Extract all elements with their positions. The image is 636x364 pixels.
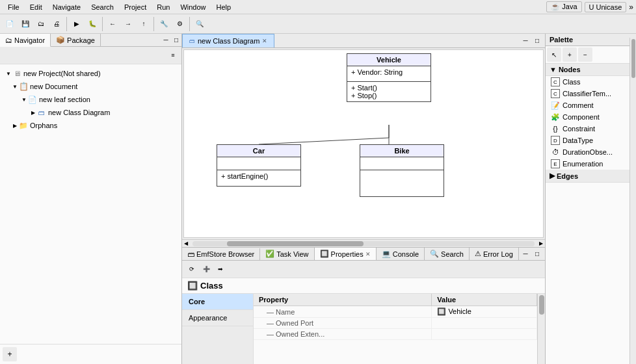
center-panel: 🗃 new Class Diagram ✕ ─ □: [182, 34, 545, 364]
menu-window[interactable]: Window: [175, 2, 211, 12]
up-button[interactable]: ↑: [137, 17, 151, 31]
diagram-tab-label: new Class Diagram: [198, 37, 259, 45]
tab-properties[interactable]: 🔲 Properties ✕: [315, 248, 377, 260]
prop-scroll-thumb[interactable]: [539, 295, 544, 315]
palette-section-nodes[interactable]: ▼ Nodes: [546, 64, 636, 76]
print-button[interactable]: 🖨: [49, 17, 64, 31]
new-button[interactable]: 📄: [3, 17, 17, 31]
document-expand-arrow[interactable]: ▼: [12, 84, 18, 90]
tab-emfstore-browser[interactable]: 🗃 EmfStore Browser: [182, 248, 260, 260]
properties-scrollbar[interactable]: [537, 294, 545, 364]
debug-button[interactable]: 🐛: [85, 17, 99, 31]
prop-toolbar-btn1[interactable]: ⟳: [185, 262, 199, 276]
build-button[interactable]: 🔧: [157, 17, 171, 31]
close-properties-button[interactable]: ✕: [365, 251, 371, 257]
palette-item-enumeration[interactable]: E Enumeration: [546, 158, 636, 170]
tab-package[interactable]: 📦 Package: [51, 34, 101, 46]
tree-item-project[interactable]: ▼ 🖥 new Project(Not shared): [0, 67, 181, 80]
palette-section-edges[interactable]: ▶ Edges: [546, 170, 636, 183]
tab-navigator[interactable]: 🗂 Navigator: [0, 34, 51, 47]
prop-owned-port-value: [432, 318, 537, 329]
tab-console[interactable]: 💻 Console: [377, 248, 425, 260]
editor-tabs: 🗃 new Class Diagram ✕ ─ □: [182, 34, 545, 48]
leaf-section-expand-arrow[interactable]: ▼: [21, 97, 27, 103]
palette-item-durationobse[interactable]: ⏱ DurationObse...: [546, 146, 636, 158]
vehicle-class[interactable]: Vehicle + Vendor: String + Start()+ Stop…: [347, 53, 431, 102]
class-palette-label: Class: [563, 78, 581, 86]
orphans-icon: 📁: [18, 120, 29, 131]
maximize-bottom-button[interactable]: □: [532, 249, 542, 259]
palette-scrollbar[interactable]: [629, 38, 636, 364]
run-button[interactable]: ▶: [70, 17, 84, 31]
perspective-arrow[interactable]: »: [629, 3, 633, 12]
add-button[interactable]: +: [3, 347, 17, 361]
unicase-button[interactable]: U Unicase: [585, 2, 627, 12]
orphans-expand-arrow[interactable]: ▶: [12, 123, 18, 129]
tree-item-leaf-section[interactable]: ▼ 📄 new leaf section: [0, 93, 181, 106]
collapse-all-button[interactable]: ≡: [166, 48, 180, 62]
diagram-tab-icon: 🗃: [189, 38, 195, 44]
bike-class-methods: [360, 170, 444, 196]
minimize-center-button[interactable]: ─: [520, 36, 531, 46]
save-all-button[interactable]: 🗂: [34, 17, 48, 31]
prop-toolbar-btn3[interactable]: ➡: [213, 262, 228, 276]
menu-help[interactable]: Help: [211, 2, 237, 12]
palette-select-button[interactable]: ↖: [547, 47, 561, 62]
bike-class[interactable]: Bike: [360, 144, 444, 197]
maximize-center-button[interactable]: □: [532, 36, 542, 46]
project-icon: 🖥: [12, 68, 22, 79]
tab-error-log[interactable]: ⚠ Error Log: [470, 248, 519, 260]
scroll-right-button[interactable]: ▶: [537, 240, 545, 248]
properties-table-area[interactable]: Property Value — Name 🔲 Vehicle: [254, 294, 537, 364]
tree-item-orphans[interactable]: ▶ 📁 Orphans: [0, 119, 181, 132]
prop-sidebar-appearance[interactable]: Appearance: [182, 310, 253, 326]
search-toolbar-button[interactable]: 🔍: [192, 17, 207, 31]
palette-item-component[interactable]: 🧩 Component: [546, 111, 636, 123]
class-diagram-expand-arrow[interactable]: ▶: [30, 110, 36, 116]
scroll-thumb[interactable]: [227, 241, 364, 246]
tree-item-class-diagram[interactable]: ▶ 🗃 new Class Diagram: [0, 106, 181, 119]
menu-search[interactable]: Search: [86, 2, 119, 12]
car-class[interactable]: Car + startEngine(): [217, 144, 301, 187]
prop-name-value[interactable]: 🔲 Vehicle: [432, 306, 537, 318]
comment-palette-icon: 📝: [551, 101, 560, 110]
prop-row-owned-exten: — Owned Exten...: [254, 329, 537, 340]
menu-navigate[interactable]: Navigate: [47, 2, 86, 12]
palette-zoom-out-button[interactable]: −: [578, 47, 592, 62]
close-editor-tab-button[interactable]: ✕: [262, 38, 267, 44]
back-button[interactable]: ←: [105, 17, 120, 31]
editor-tab-class-diagram[interactable]: 🗃 new Class Diagram ✕: [182, 34, 274, 47]
prop-name-label: — Name: [254, 306, 432, 318]
diagram-canvas[interactable]: Vehicle + Vendor: String + Start()+ Stop…: [183, 49, 544, 238]
java-button[interactable]: ☕ Java: [546, 1, 581, 12]
save-button[interactable]: 💾: [18, 17, 33, 31]
tab-task-view[interactable]: ✅ Task View: [260, 248, 314, 260]
project-expand-arrow[interactable]: ▼: [5, 71, 12, 77]
palette-zoom-in-button[interactable]: +: [563, 47, 577, 62]
palette-item-class[interactable]: C Class: [546, 76, 636, 88]
prop-toolbar-btn2[interactable]: ➕: [199, 262, 213, 276]
scroll-left-button[interactable]: ◀: [182, 240, 190, 248]
horizontal-scrollbar[interactable]: ◀ ▶: [182, 239, 545, 247]
palette-item-comment[interactable]: 📝 Comment: [546, 99, 636, 111]
minimize-left-button[interactable]: ─: [161, 35, 171, 46]
enumeration-palette-icon: E: [551, 159, 560, 168]
build2-button[interactable]: ⚙: [172, 17, 187, 31]
palette-item-datatype[interactable]: D DataType: [546, 135, 636, 146]
bike-class-title: Bike: [360, 145, 444, 157]
minimize-bottom-button[interactable]: ─: [520, 249, 531, 259]
palette-scroll-thumb[interactable]: [631, 39, 635, 78]
scroll-track[interactable]: [192, 241, 535, 246]
palette-item-classifiertem[interactable]: C ClassifierTem...: [546, 88, 636, 99]
menu-edit[interactable]: Edit: [25, 2, 47, 12]
palette-item-constraint[interactable]: {} Constraint: [546, 123, 636, 135]
menu-project[interactable]: Project: [119, 2, 152, 12]
build-toolbar-group: 🔧 ⚙: [157, 17, 190, 31]
menu-run[interactable]: Run: [152, 2, 175, 12]
menu-file[interactable]: File: [3, 2, 25, 12]
maximize-left-button[interactable]: □: [171, 35, 181, 46]
prop-sidebar-core[interactable]: Core: [182, 294, 253, 310]
forward-button[interactable]: →: [121, 17, 135, 31]
tab-search[interactable]: 🔍 Search: [425, 248, 470, 260]
tree-item-document[interactable]: ▼ 📋 new Document: [0, 80, 181, 93]
